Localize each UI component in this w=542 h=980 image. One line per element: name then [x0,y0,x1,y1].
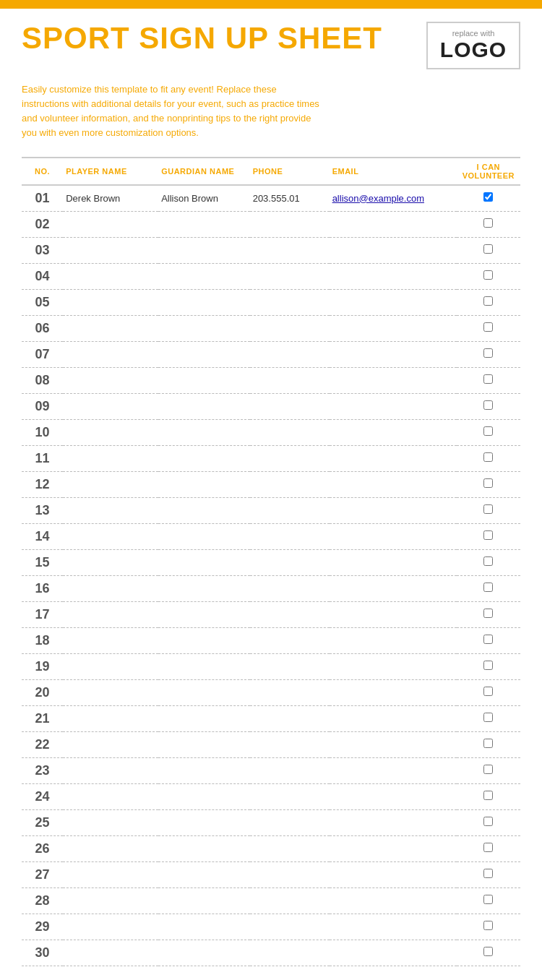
table-row: 01Derek BrownAllison Brown203.555.01alli… [22,185,520,212]
cell-email [330,653,457,679]
volunteer-checkbox[interactable] [483,192,493,202]
cell-volunteer[interactable] [457,757,520,783]
cell-phone: 203.555.01 [250,185,330,212]
volunteer-checkbox[interactable] [483,218,493,228]
table-row: 05 [22,289,520,315]
cell-volunteer[interactable] [457,705,520,731]
cell-volunteer[interactable] [457,289,520,315]
cell-volunteer[interactable] [457,237,520,263]
volunteer-checkbox[interactable] [483,348,493,358]
cell-no: 03 [22,237,63,263]
cell-volunteer[interactable] [457,497,520,523]
volunteer-checkbox[interactable] [483,556,493,566]
cell-email [330,237,457,263]
cell-player [63,783,158,809]
cell-volunteer[interactable] [457,575,520,601]
volunteer-checkbox[interactable] [483,530,493,540]
volunteer-checkbox[interactable] [483,921,493,930]
cell-volunteer[interactable] [457,914,520,940]
cell-volunteer[interactable] [457,211,520,237]
cell-volunteer[interactable] [457,887,520,914]
cell-email [330,914,457,940]
volunteer-checkbox[interactable] [483,661,493,670]
cell-email [330,341,457,367]
cell-email [330,783,457,809]
cell-volunteer[interactable] [457,263,520,289]
cell-guardian [158,445,249,471]
volunteer-checkbox[interactable] [483,400,493,410]
volunteer-checkbox[interactable] [483,504,493,514]
cell-volunteer[interactable] [457,809,520,835]
volunteer-checkbox[interactable] [483,374,493,384]
volunteer-checkbox[interactable] [483,270,493,280]
cell-email [330,861,457,887]
cell-phone [250,757,330,783]
cell-guardian [158,263,249,289]
volunteer-checkbox[interactable] [483,791,493,800]
cell-player [63,549,158,575]
cell-email [330,393,457,419]
cell-volunteer[interactable] [457,940,520,966]
volunteer-checkbox[interactable] [483,817,493,826]
top-bar [0,0,542,9]
cell-phone [250,914,330,940]
cell-phone [250,861,330,887]
cell-phone [250,393,330,419]
table-row: 21 [22,705,520,731]
cell-phone [250,367,330,393]
table-row: 18 [22,627,520,653]
cell-no: 14 [22,523,63,549]
volunteer-checkbox[interactable] [483,869,493,878]
cell-email [330,887,457,914]
cell-phone [250,341,330,367]
cell-volunteer[interactable] [457,471,520,497]
volunteer-checkbox[interactable] [483,452,493,462]
cell-volunteer[interactable] [457,341,520,367]
table-row: 16 [22,575,520,601]
volunteer-checkbox[interactable] [483,739,493,748]
cell-volunteer[interactable] [457,419,520,445]
cell-player [63,757,158,783]
volunteer-checkbox[interactable] [483,687,493,696]
cell-volunteer[interactable] [457,783,520,809]
cell-no: 23 [22,757,63,783]
cell-volunteer[interactable] [457,185,520,212]
cell-volunteer[interactable] [457,731,520,757]
cell-volunteer[interactable] [457,549,520,575]
cell-volunteer[interactable] [457,315,520,341]
cell-volunteer[interactable] [457,601,520,627]
cell-player [63,601,158,627]
cell-volunteer[interactable] [457,627,520,653]
volunteer-checkbox[interactable] [483,426,493,436]
table-row: 30 [22,940,520,966]
cell-volunteer[interactable] [457,835,520,861]
table-row: 06 [22,315,520,341]
volunteer-checkbox[interactable] [483,244,493,254]
cell-volunteer[interactable] [457,679,520,705]
cell-player [63,367,158,393]
cell-volunteer[interactable] [457,367,520,393]
cell-volunteer[interactable] [457,393,520,419]
volunteer-checkbox[interactable] [483,478,493,488]
cell-volunteer[interactable] [457,523,520,549]
volunteer-checkbox[interactable] [483,895,493,904]
cell-phone [250,237,330,263]
table-row: 02 [22,211,520,237]
volunteer-checkbox[interactable] [483,583,493,592]
cell-player [63,914,158,940]
table-row: 25 [22,809,520,835]
cell-guardian [158,783,249,809]
volunteer-checkbox[interactable] [483,765,493,774]
volunteer-checkbox[interactable] [483,609,493,618]
volunteer-checkbox[interactable] [483,296,493,306]
volunteer-checkbox[interactable] [483,843,493,852]
volunteer-checkbox[interactable] [483,713,493,722]
cell-volunteer[interactable] [457,653,520,679]
volunteer-checkbox[interactable] [483,322,493,332]
volunteer-checkbox[interactable] [483,635,493,644]
cell-volunteer[interactable] [457,445,520,471]
cell-email [330,445,457,471]
volunteer-checkbox[interactable] [483,947,493,956]
cell-volunteer[interactable] [457,861,520,887]
cell-player [63,731,158,757]
